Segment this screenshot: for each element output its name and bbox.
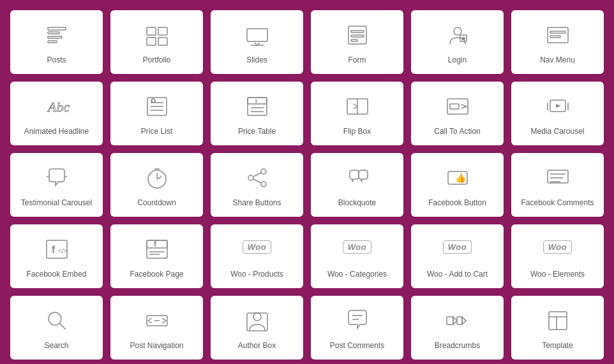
share-buttons-label: Share Buttons [232, 198, 281, 208]
flip-box-label: Flip Box [343, 127, 371, 137]
svg-line-42 [157, 177, 161, 179]
posts-label: Posts [47, 55, 66, 66]
post-navigation-label: Post Navigation [130, 341, 183, 351]
breadcrumbs-icon [442, 305, 473, 336]
countdown-label: Countdown [137, 198, 176, 208]
card-woo-products[interactable]: WooWoo - Products [211, 224, 303, 288]
svg-rect-34 [447, 99, 468, 114]
svg-rect-16 [462, 38, 465, 40]
card-call-to-action[interactable]: Call To Action [411, 82, 504, 145]
animated-headline-label: Animated Headline [24, 127, 89, 137]
svg-text:$: $ [151, 99, 153, 103]
woo-add-to-cart-woo-badge: Woo [443, 240, 472, 255]
svg-rect-8 [247, 29, 267, 41]
card-facebook-page[interactable]: fFacebook Page [110, 224, 203, 288]
woo-add-to-cart-icon: Woo [442, 234, 473, 265]
card-facebook-embed[interactable]: f</>Facebook Embed [10, 224, 103, 288]
woo-products-label: Woo - Products [230, 270, 283, 280]
svg-rect-5 [158, 27, 167, 35]
card-animated-headline[interactable]: AbcAnimated Headline [10, 82, 103, 145]
card-testimonial-carousel[interactable]: Testimonial Carousel [10, 153, 103, 217]
post-comments-icon [342, 305, 373, 336]
svg-rect-35 [450, 104, 459, 109]
login-icon [442, 20, 473, 50]
card-search[interactable]: Search [10, 296, 103, 360]
price-list-icon: $ [142, 91, 172, 122]
testimonial-carousel-icon [41, 163, 72, 193]
card-post-comments[interactable]: Post Comments [311, 296, 403, 360]
svg-rect-0 [48, 27, 66, 30]
svg-text:f: f [52, 244, 56, 255]
facebook-button-label: Facebook Button [428, 198, 486, 208]
svg-text:👍: 👍 [455, 173, 467, 184]
woo-categories-woo-badge: Woo [343, 240, 371, 255]
card-share-buttons[interactable]: Share Buttons [211, 153, 303, 217]
search-icon [41, 305, 72, 336]
svg-rect-75 [549, 312, 567, 330]
call-to-action-label: Call To Action [434, 127, 481, 137]
card-nav-menu[interactable]: Nav Menu [511, 10, 604, 74]
card-form[interactable]: Form [311, 10, 403, 74]
svg-rect-18 [550, 31, 565, 33]
share-buttons-icon [242, 163, 273, 193]
login-label: Login [448, 55, 467, 66]
woo-categories-label: Woo - Categories [327, 270, 387, 280]
svg-rect-51 [548, 170, 568, 183]
flip-box-icon [342, 91, 373, 122]
woo-products-woo-badge: Woo [243, 240, 271, 255]
woo-elements-woo-badge: Woo [543, 240, 572, 255]
media-carousel-label: Media Carousel [530, 127, 584, 137]
card-media-carousel[interactable]: Media Carousel [511, 82, 604, 145]
template-icon [543, 305, 573, 336]
facebook-page-label: Facebook Page [130, 270, 183, 280]
svg-rect-2 [48, 36, 62, 38]
search-label: Search [44, 341, 68, 351]
card-facebook-comments[interactable]: Facebook Comments [511, 153, 604, 217]
card-price-table[interactable]: $Price Table [211, 82, 303, 145]
svg-point-67 [253, 313, 261, 321]
card-flip-box[interactable]: Flip Box [311, 82, 403, 145]
card-woo-elements[interactable]: WooWoo - Elements [511, 224, 604, 288]
nav-menu-label: Nav Menu [540, 55, 575, 66]
svg-text:f: f [154, 240, 157, 249]
price-list-label: Price List [141, 127, 172, 137]
breadcrumbs-label: Breadcrumbs [435, 341, 480, 351]
svg-point-46 [261, 182, 266, 187]
svg-rect-13 [351, 40, 357, 41]
card-blockquote[interactable]: Blockquote [311, 153, 403, 217]
svg-rect-11 [351, 31, 364, 33]
card-woo-categories[interactable]: WooWoo - Categories [311, 224, 403, 288]
svg-line-48 [253, 179, 261, 183]
card-facebook-button[interactable]: 👍Facebook Button [411, 153, 504, 217]
svg-rect-71 [447, 317, 453, 324]
card-breadcrumbs[interactable]: Breadcrumbs [411, 296, 504, 360]
slides-icon [242, 20, 273, 50]
card-portfolio[interactable]: Portfolio [110, 10, 203, 74]
card-countdown[interactable]: Countdown [110, 153, 203, 217]
nav-menu-icon [543, 20, 573, 50]
svg-rect-19 [550, 36, 560, 38]
card-template[interactable]: Template [511, 296, 604, 360]
svg-text:</>: </> [58, 247, 68, 254]
card-price-list[interactable]: $Price List [110, 82, 203, 145]
testimonial-carousel-label: Testimonial Carousel [21, 198, 92, 208]
facebook-comments-icon [543, 163, 573, 193]
media-carousel-icon [543, 91, 573, 122]
card-slides[interactable]: Slides [211, 10, 303, 74]
form-icon [342, 20, 373, 50]
card-woo-add-to-cart[interactable]: WooWoo - Add to Cart [411, 224, 504, 288]
svg-marker-72 [453, 317, 457, 324]
animated-headline-icon: Abc [41, 91, 72, 122]
author-box-label: Author Box [238, 341, 276, 351]
svg-rect-7 [158, 38, 167, 45]
card-post-navigation[interactable]: Post Navigation [110, 296, 203, 360]
facebook-page-icon: f [142, 234, 172, 265]
card-author-box[interactable]: Author Box [211, 296, 303, 360]
svg-rect-73 [457, 317, 462, 324]
svg-rect-58 [147, 240, 167, 258]
facebook-button-icon: 👍 [442, 163, 473, 193]
svg-marker-37 [556, 104, 561, 108]
card-posts[interactable]: Posts [10, 10, 103, 74]
countdown-icon [142, 163, 172, 193]
card-login[interactable]: Login [411, 10, 504, 74]
